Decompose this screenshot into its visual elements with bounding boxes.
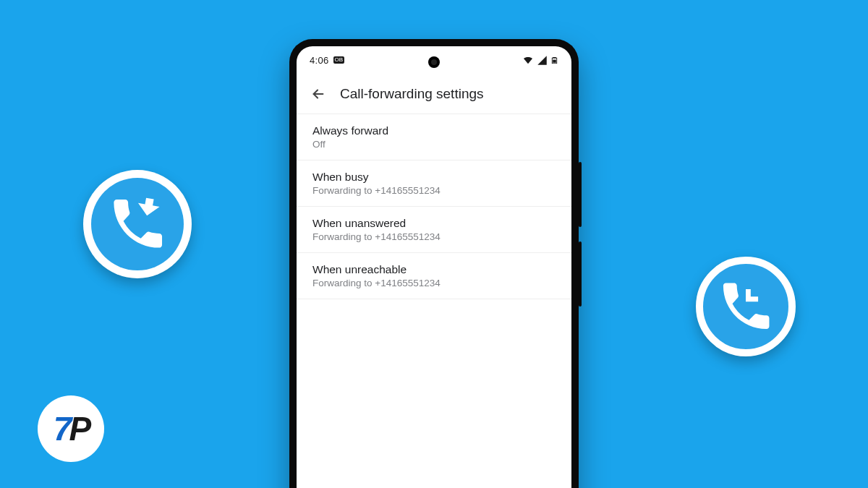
row-title: When busy — [312, 171, 556, 184]
page-title: Call-forwarding settings — [340, 86, 484, 102]
call-forward-icon-inner — [91, 178, 184, 270]
arrow-back-icon — [310, 86, 326, 102]
row-subtitle: Forwarding to +14165551234 — [312, 278, 556, 288]
svg-rect-0 — [553, 59, 556, 62]
row-when-unanswered[interactable]: When unanswered Forwarding to +141655512… — [297, 207, 571, 253]
back-button[interactable] — [302, 78, 334, 110]
status-badge: OB — [333, 56, 345, 64]
settings-list: Always forward Off When busy Forwarding … — [297, 114, 571, 299]
row-subtitle: Forwarding to +14165551234 — [312, 185, 556, 196]
row-when-unreachable[interactable]: When unreachable Forwarding to +14165551… — [297, 253, 571, 299]
row-subtitle: Forwarding to +14165551234 — [312, 231, 556, 242]
row-subtitle: Off — [312, 139, 556, 150]
battery-icon — [550, 54, 558, 67]
row-when-busy[interactable]: When busy Forwarding to +14165551234 — [297, 160, 571, 207]
wifi-icon — [522, 54, 534, 66]
row-title: Always forward — [312, 124, 556, 137]
camera-punch-hole — [428, 56, 440, 68]
screen-header: Call-forwarding settings — [297, 74, 571, 114]
status-time: 4:06 — [310, 55, 329, 66]
logo-text-2: P — [69, 409, 88, 448]
logo-text-1: 7 — [54, 409, 69, 448]
row-always-forward[interactable]: Always forward Off — [297, 114, 571, 160]
phone-screen: 4:06 OB Call-forwarding settings Always … — [297, 46, 571, 488]
row-title: When unanswered — [312, 217, 556, 230]
incoming-call-icon — [696, 257, 796, 356]
row-title: When unreachable — [312, 263, 556, 276]
call-forward-icon — [83, 170, 192, 278]
signal-icon — [537, 55, 548, 66]
phone-frame: 4:06 OB Call-forwarding settings Always … — [289, 39, 579, 488]
brand-logo: 7P — [38, 395, 104, 462]
